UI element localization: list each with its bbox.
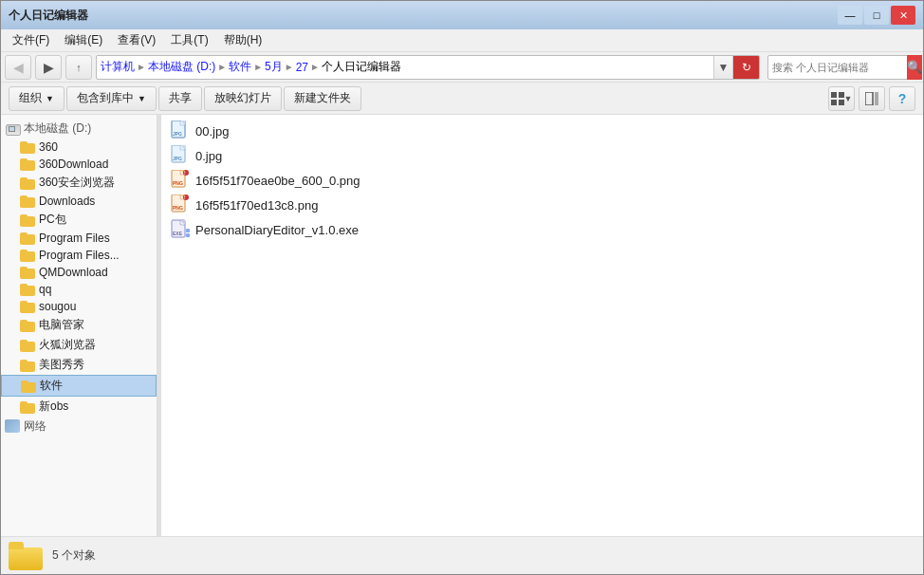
png-icon-svg: PNG !	[171, 195, 190, 215]
sidebar-item-label: 360安全浏览器	[39, 175, 115, 191]
minimize-button[interactable]: —	[838, 6, 862, 25]
sidebar-item-360browser[interactable]: 360安全浏览器	[1, 173, 157, 193]
organize-button[interactable]: 组织 ▼	[9, 86, 65, 111]
sidebar-item-360download[interactable]: 360Download	[1, 156, 157, 173]
share-button[interactable]: 共享	[158, 86, 202, 111]
png-file-icon: PNG !	[171, 171, 190, 190]
breadcrumb-day[interactable]: 27	[296, 61, 308, 74]
folder-icon	[20, 140, 35, 154]
menu-file[interactable]: 文件(F)	[5, 30, 57, 50]
preview-pane-button[interactable]	[859, 86, 885, 111]
folder-icon	[20, 232, 35, 245]
svg-text:JPG: JPG	[173, 131, 182, 137]
action-right-group: ▼ ?	[828, 86, 915, 111]
file-name: 16f5f51f70eae0be_600_0.png	[195, 174, 360, 188]
sidebar-item-newobs[interactable]: 新obs	[1, 397, 157, 417]
menu-edit[interactable]: 编辑(E)	[57, 30, 110, 50]
network-icon	[5, 419, 20, 433]
status-folder-icon	[9, 542, 43, 570]
sidebar-item-meitu[interactable]: 美图秀秀	[1, 355, 157, 375]
nav-bar: ◀ ▶ ↑ 计算机 ► 本地磁盘 (D:) ► 软件 ► 5月 ► 27 ► 个…	[1, 52, 923, 83]
slideshow-button[interactable]: 放映幻灯片	[204, 86, 282, 111]
include-library-button[interactable]: 包含到库中 ▼	[66, 86, 157, 111]
search-input[interactable]	[768, 62, 907, 73]
organize-label: 组织	[19, 90, 42, 106]
sidebar-item-pcmanager[interactable]: 电脑管家	[1, 315, 157, 335]
menu-view[interactable]: 查看(V)	[110, 30, 163, 50]
svg-rect-0	[831, 92, 837, 98]
sidebar-item-label: PC包	[39, 212, 66, 228]
menu-help[interactable]: 帮助(H)	[216, 30, 270, 50]
statusbar: 5 个对象	[1, 536, 923, 574]
sidebar-item-label: 新obs	[39, 399, 68, 415]
sidebar-item-downloads[interactable]: Downloads	[1, 193, 157, 210]
sidebar-item-label: 软件	[40, 378, 63, 394]
menu-tools[interactable]: 工具(T)	[163, 30, 215, 50]
folder-icon	[20, 300, 35, 313]
breadcrumb-computer[interactable]: 计算机	[101, 59, 135, 75]
sidebar: 本地磁盘 (D:) 360 360Download 360安全浏览器 Downl…	[1, 115, 157, 536]
sidebar-disk-label: 本地磁盘 (D:)	[24, 121, 91, 137]
organize-dropdown-icon: ▼	[46, 94, 54, 103]
sidebar-item-sougou[interactable]: sougou	[1, 298, 157, 315]
preview-icon	[865, 92, 878, 105]
folder-icon	[20, 195, 35, 208]
breadcrumb-disk[interactable]: 本地磁盘 (D:)	[148, 59, 215, 75]
window-controls: — □ ✕	[838, 6, 915, 25]
new-folder-button[interactable]: 新建文件夹	[284, 86, 361, 111]
sidebar-item-pc[interactable]: PC包	[1, 210, 157, 230]
file-name: 0.jpg	[195, 149, 222, 163]
file-item[interactable]: JPG 0.jpg	[165, 143, 919, 168]
main-content: 本地磁盘 (D:) 360 360Download 360安全浏览器 Downl…	[1, 115, 923, 536]
folder-icon	[20, 176, 35, 190]
address-dropdown-button[interactable]: ▼	[713, 55, 732, 80]
sidebar-item-qmdownload[interactable]: QMDownload	[1, 264, 157, 281]
file-name: 00.jpg	[195, 124, 229, 139]
file-pane: JPG 00.jpg JPG 0.jpg	[161, 115, 923, 536]
help-button[interactable]: ?	[889, 86, 915, 111]
sidebar-item-label: Program Files	[39, 232, 110, 245]
jpg-file-icon: JPG	[171, 121, 190, 140]
folder-icon	[20, 339, 35, 352]
svg-rect-5	[875, 92, 878, 105]
file-name: PersonalDiaryEditor_v1.0.exe	[195, 223, 359, 237]
search-button[interactable]: 🔍	[907, 55, 922, 80]
titlebar: 个人日记编辑器 — □ ✕	[1, 1, 923, 29]
breadcrumb-month[interactable]: 5月	[265, 59, 283, 75]
svg-rect-4	[865, 92, 873, 105]
slideshow-label: 放映幻灯片	[214, 90, 271, 106]
file-item[interactable]: PNG ! 16f5f51f70ed13c8.png	[165, 193, 919, 217]
file-name: 16f5f51f70ed13c8.png	[195, 198, 318, 213]
sidebar-item-360[interactable]: 360	[1, 139, 157, 156]
sidebar-item-label: 360	[39, 140, 58, 154]
forward-button[interactable]: ▶	[35, 55, 62, 80]
sidebar-item-programfiles[interactable]: Program Files	[1, 230, 157, 247]
breadcrumb-software[interactable]: 软件	[229, 59, 251, 75]
new-folder-label: 新建文件夹	[294, 90, 351, 106]
back-button[interactable]: ◀	[5, 55, 31, 80]
file-item[interactable]: EXE PersonalDiaryEditor_v1.0.exe	[165, 217, 919, 242]
maximize-button[interactable]: □	[864, 6, 889, 25]
sidebar-item-software[interactable]: 软件	[1, 375, 157, 397]
up-button[interactable]: ↑	[65, 55, 92, 80]
action-bar: 组织 ▼ 包含到库中 ▼ 共享 放映幻灯片 新建文件夹 ▼	[1, 83, 923, 115]
breadcrumb-folder[interactable]: 个人日记编辑器	[322, 59, 401, 75]
breadcrumb[interactable]: 计算机 ► 本地磁盘 (D:) ► 软件 ► 5月 ► 27 ► 个人日记编辑器	[97, 59, 713, 75]
close-button[interactable]: ✕	[891, 6, 915, 25]
sidebar-item-label: 电脑管家	[39, 317, 84, 333]
folder-icon	[20, 319, 35, 332]
folder-icon	[20, 283, 35, 296]
sidebar-disk-header[interactable]: 本地磁盘 (D:)	[1, 119, 157, 139]
address-refresh-button[interactable]: ↻	[732, 55, 759, 80]
sidebar-item-programfiles2[interactable]: Program Files...	[1, 247, 157, 264]
file-item[interactable]: JPG 00.jpg	[165, 119, 919, 143]
file-item[interactable]: PNG ! 16f5f51f70eae0be_600_0.png	[165, 168, 919, 193]
sidebar-item-qq[interactable]: qq	[1, 281, 157, 298]
sidebar-item-firefox[interactable]: 火狐浏览器	[1, 335, 157, 355]
include-dropdown-icon: ▼	[138, 94, 146, 103]
view-mode-button[interactable]: ▼	[828, 86, 855, 111]
address-bar: 计算机 ► 本地磁盘 (D:) ► 软件 ► 5月 ► 27 ► 个人日记编辑器…	[96, 55, 760, 80]
folder-icon	[20, 158, 35, 171]
sidebar-network-header[interactable]: 网络	[1, 417, 157, 436]
svg-text:JPG: JPG	[173, 156, 182, 161]
